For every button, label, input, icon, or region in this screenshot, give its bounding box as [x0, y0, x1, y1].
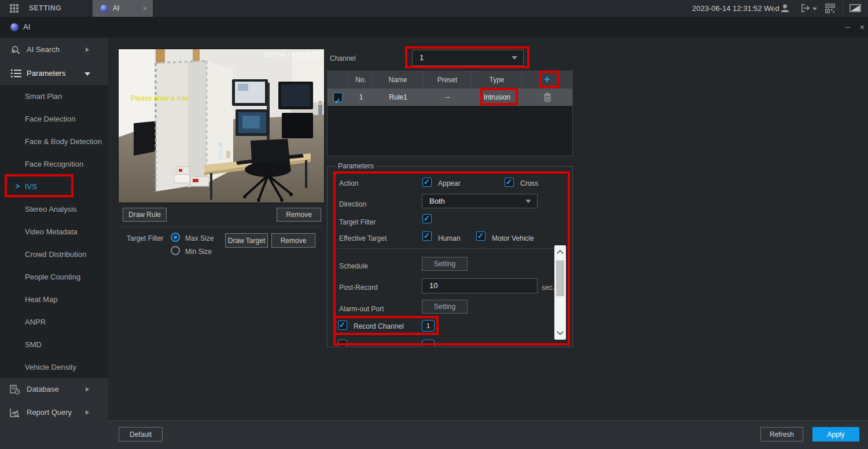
- refresh-button[interactable]: Refresh: [760, 427, 803, 441]
- effective-target-label: Effective Target: [339, 234, 387, 242]
- sidebar-item-stereo-analysis[interactable]: Stereo Analysis: [0, 198, 108, 220]
- apply-button[interactable]: Apply: [812, 427, 859, 441]
- sidebar-label-database: Database: [27, 378, 59, 401]
- action-label: Action: [339, 179, 358, 187]
- add-rule-button[interactable]: +: [522, 71, 572, 89]
- appear-checkbox[interactable]: [422, 178, 432, 187]
- target-filter-param-label: Target Filter: [339, 218, 376, 226]
- topbar-divider: [774, 2, 774, 14]
- min-size-radio[interactable]: [171, 246, 180, 255]
- sidebar-item-crowd-distribution[interactable]: Crowd Distribution: [0, 243, 108, 266]
- sidebar-item-parameters[interactable]: Parameters: [0, 62, 108, 85]
- rules-table: No. Name Preset Type + 1 Rule1 -- Intrus…: [327, 71, 573, 156]
- sidebar-item-face-detection[interactable]: Face Detection: [0, 108, 108, 130]
- selected-marker: >: [16, 175, 20, 198]
- scrollbar-thumb[interactable]: [556, 260, 564, 296]
- min-size-label: Min Size: [185, 248, 212, 256]
- minimize-button[interactable]: –: [842, 17, 854, 36]
- target-filter-label: Target Filter: [127, 234, 163, 242]
- channel-value: 1: [420, 50, 424, 65]
- sidebar-item-heat-map[interactable]: Heat Map: [0, 288, 108, 311]
- sidebar-item-video-metadata[interactable]: Video Metadata: [0, 220, 108, 243]
- sidebar-item-smd[interactable]: SMD: [0, 333, 108, 356]
- motor-vehicle-checkbox[interactable]: [476, 231, 486, 241]
- sidebar-item-database[interactable]: Database: [0, 378, 108, 401]
- rule-type: Intrusion: [472, 89, 522, 106]
- sidebar-item-vehicle-density[interactable]: Vehicle Density: [0, 356, 108, 378]
- topbar-divider: [843, 2, 843, 14]
- sidebar-item-people-counting[interactable]: People Counting: [0, 266, 108, 288]
- scroll-down-icon[interactable]: [556, 329, 564, 337]
- direction-value: Both: [429, 194, 445, 208]
- sidebar-item-smart-plan[interactable]: Smart Plan: [0, 85, 108, 108]
- max-size-label: Max Size: [185, 234, 214, 242]
- draw-target-button[interactable]: Draw Target: [225, 233, 268, 248]
- tab-ai-label: AI: [113, 0, 119, 17]
- draw-rule-button[interactable]: Draw Rule: [123, 208, 167, 222]
- database-icon: [10, 385, 20, 395]
- display-output-icon[interactable]: [849, 4, 861, 13]
- tab-close-icon[interactable]: ×: [142, 0, 147, 17]
- human-label: Human: [438, 234, 461, 242]
- draw-rule-hint-text: Please draw a rule.: [131, 94, 190, 102]
- ai-search-icon: [11, 45, 21, 55]
- post-record-input[interactable]: 10: [422, 278, 538, 293]
- partial-checkbox[interactable]: [338, 340, 347, 347]
- expand-right-icon: [86, 387, 89, 392]
- record-channel-checkbox[interactable]: [338, 321, 347, 330]
- rule-row-checkbox[interactable]: [333, 93, 343, 102]
- main-menu-grid-icon[interactable]: [10, 4, 19, 13]
- nvr-ai-settings-screen: SETTING AI × 2023-06-14 12:31:52 Wed: [0, 0, 868, 449]
- divider: [119, 227, 323, 227]
- sidebar-item-face-body-detection[interactable]: Face & Body Detection: [0, 130, 108, 153]
- sidebar-item-anpr[interactable]: ANPR: [0, 311, 108, 333]
- chevron-down-icon: [512, 56, 517, 60]
- header-checkbox-cell: [328, 71, 349, 89]
- record-channel-value-chip[interactable]: 1: [422, 320, 435, 332]
- cross-checkbox[interactable]: [505, 178, 514, 187]
- camera-preview[interactable]: 2023-06-14 12:31:51 Please draw a rule.: [119, 49, 324, 203]
- datetime-display: 2023-06-14 12:31:52 Wed: [692, 0, 779, 17]
- post-record-value: 10: [429, 279, 437, 293]
- channel-label: Channel: [330, 54, 356, 62]
- logout-caret-icon[interactable]: [812, 8, 817, 10]
- alarm-out-setting-button[interactable]: Setting: [422, 300, 468, 314]
- camera-scene: [119, 49, 324, 203]
- header-no: No.: [349, 71, 373, 89]
- parameters-legend: Parameters: [335, 162, 377, 170]
- schedule-setting-button[interactable]: Setting: [422, 257, 468, 271]
- sidebar-item-ai-search[interactable]: AI Search: [0, 38, 108, 62]
- scroll-up-icon[interactable]: [556, 248, 564, 256]
- tab-ai[interactable]: AI ×: [93, 0, 153, 17]
- close-button[interactable]: ×: [856, 17, 868, 38]
- header-type: Type: [472, 71, 522, 89]
- sidebar-label-parameters: Parameters: [27, 62, 65, 85]
- table-row[interactable]: 1 Rule1 -- Intrusion: [328, 89, 572, 106]
- post-record-unit: sec.: [542, 284, 554, 292]
- collapse-down-icon: [84, 72, 90, 76]
- sidebar-item-ivs[interactable]: > IVS: [0, 175, 108, 198]
- sidebar-item-report-query[interactable]: Report Query: [0, 401, 108, 424]
- user-icon[interactable]: [780, 3, 790, 13]
- direction-label: Direction: [339, 200, 366, 208]
- partial-value-chip[interactable]: [422, 340, 435, 347]
- rule-preset: --: [423, 89, 472, 106]
- footer-bar: [108, 420, 868, 449]
- sidebar: AI Search Parameters Smart Plan Face Det…: [0, 38, 108, 449]
- qr-code-icon[interactable]: [825, 3, 835, 13]
- parameters-scrollbar[interactable]: [554, 245, 566, 340]
- setting-menu-label[interactable]: SETTING: [29, 0, 61, 17]
- expand-right-icon: [86, 410, 89, 415]
- delete-rule-icon[interactable]: [543, 93, 551, 102]
- max-size-radio[interactable]: [171, 233, 180, 242]
- remove-rule-button[interactable]: Remove: [277, 208, 321, 222]
- channel-dropdown[interactable]: 1: [412, 50, 524, 66]
- default-button[interactable]: Default: [119, 427, 163, 441]
- sidebar-item-face-recognition[interactable]: Face Recognition: [0, 153, 108, 175]
- human-checkbox[interactable]: [422, 231, 432, 241]
- logout-icon[interactable]: [801, 3, 810, 13]
- direction-dropdown[interactable]: Both: [422, 194, 538, 208]
- target-filter-checkbox[interactable]: [422, 214, 432, 223]
- cross-label: Cross: [520, 179, 538, 187]
- remove-target-button[interactable]: Remove: [271, 233, 315, 248]
